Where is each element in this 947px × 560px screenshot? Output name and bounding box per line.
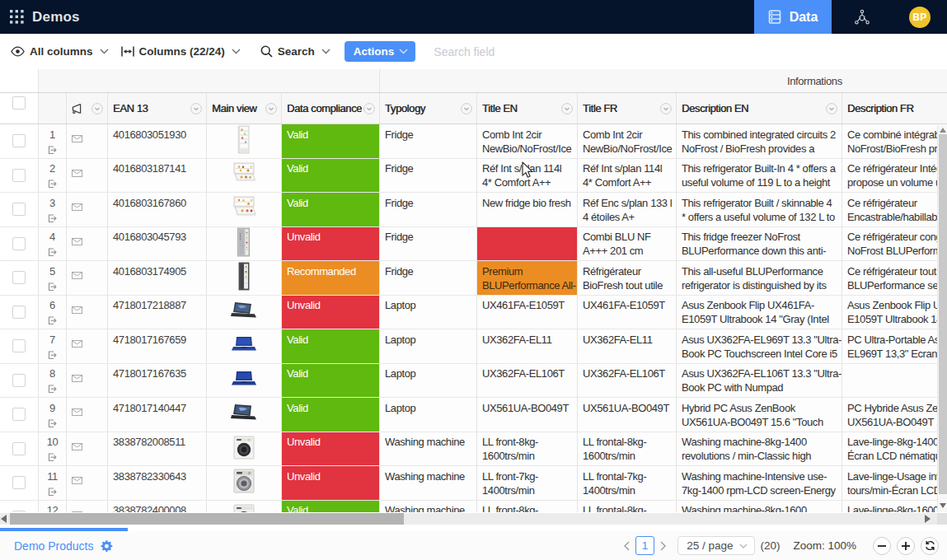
column-header-desc-fr[interactable]: Description FR <box>842 93 947 124</box>
envelope-icon[interactable] <box>72 474 82 487</box>
cell-main-view[interactable] <box>207 193 282 226</box>
search-dropdown[interactable]: Search <box>260 45 331 58</box>
column-header-typology[interactable]: Typology <box>380 93 477 124</box>
cell-title-fr[interactable]: Réf Enc s/plan 133 l4 étoiles A+ <box>578 193 677 226</box>
cell-typology[interactable]: Laptop <box>380 398 477 432</box>
prev-page-button[interactable] <box>620 541 633 551</box>
cell-title-fr[interactable]: UX561UA-BO049T <box>578 398 677 432</box>
cell-ean[interactable]: 4718017218887 <box>108 296 207 329</box>
column-header-compliance[interactable]: Data compliance <box>282 93 380 124</box>
cell-ean[interactable]: 4016803051930 <box>108 124 207 158</box>
cell-data-compliance[interactable]: Unvalid <box>282 296 380 329</box>
cell-description-fr[interactable]: Lave-linge-Usage intensiftours/min-Écran… <box>842 466 947 500</box>
sitemap-button[interactable] <box>832 0 893 34</box>
cell-description-en[interactable]: This fridge freezer NoFrostBLUPerformanc… <box>677 227 842 261</box>
cell-data-compliance[interactable]: Valid <box>282 193 380 226</box>
cell-title-fr[interactable]: LL frontal-8kg-1600trs/min <box>578 432 677 466</box>
cell-description-en[interactable]: Washing machine-8kg-1400revolutions / mi… <box>677 432 842 466</box>
cell-description-fr[interactable]: Lave-linge-8kg-1600 <box>842 501 947 513</box>
open-record-icon[interactable] <box>48 349 57 358</box>
cell-data-compliance[interactable]: Valid <box>282 364 380 398</box>
open-record-icon[interactable] <box>48 281 57 290</box>
open-record-icon[interactable] <box>48 144 57 153</box>
cell-data-compliance[interactable]: Unvalid <box>282 432 380 466</box>
column-menu-button[interactable] <box>561 103 573 114</box>
row-checkbox[interactable] <box>12 374 26 387</box>
cell-description-fr[interactable] <box>842 364 947 398</box>
cell-description-en[interactable]: This all-useful BLUPerformancerefrigerat… <box>677 261 842 295</box>
envelope-icon[interactable] <box>72 133 82 145</box>
envelope-icon[interactable] <box>72 372 82 385</box>
cell-title-en[interactable]: UX362FA-EL11 <box>477 329 578 363</box>
envelope-icon[interactable] <box>72 304 82 316</box>
cell-main-view[interactable] <box>207 501 282 513</box>
cell-main-view[interactable] <box>207 124 282 158</box>
row-checkbox[interactable] <box>12 339 26 352</box>
nav-tab-data[interactable]: Data <box>754 0 832 34</box>
column-menu-icon[interactable] <box>190 103 202 114</box>
all-columns-dropdown[interactable]: All columns <box>11 45 109 58</box>
search-input[interactable] <box>434 45 631 58</box>
envelope-icon[interactable] <box>72 441 82 453</box>
column-menu-button[interactable] <box>190 103 202 114</box>
cell-ean[interactable]: 3838782400008 <box>108 501 207 513</box>
cell-ean[interactable]: 4016803167860 <box>108 193 207 226</box>
open-record-icon[interactable] <box>48 315 57 324</box>
cell-title-en[interactable]: UX461FA-E1059T <box>477 296 578 329</box>
cell-typology[interactable]: Fridge <box>380 159 477 193</box>
envelope-icon[interactable] <box>72 236 82 248</box>
row-checkbox[interactable] <box>12 237 26 250</box>
cell-title-en[interactable]: UX561UA-BO049T <box>477 398 578 432</box>
envelope-icon[interactable] <box>72 269 82 282</box>
cell-description-en[interactable]: Asus UX362FA-EL106T 13.3 "Ultra-Book PC … <box>677 364 842 398</box>
open-record-icon[interactable] <box>48 246 57 255</box>
cell-description-en[interactable]: This combined integrated circuits 2NoFro… <box>677 124 842 158</box>
horizontal-scrollbar[interactable] <box>0 513 947 525</box>
scroll-up-arrow[interactable] <box>940 128 946 133</box>
cell-main-view[interactable] <box>207 296 282 329</box>
open-record-icon[interactable] <box>48 451 57 460</box>
column-menu-icon[interactable] <box>461 103 472 114</box>
avatar[interactable]: BP <box>909 7 931 28</box>
cell-title-fr[interactable]: UX461FA-E1059T <box>578 296 677 329</box>
cell-title-en[interactable]: LL front-8kg-1600trs/min <box>477 501 578 513</box>
columns-dropdown[interactable]: Columns (22/24) <box>121 45 241 58</box>
row-checkbox[interactable] <box>12 203 26 216</box>
cell-description-en[interactable]: Washing machine-Intensive use-7kg-1400 r… <box>677 466 842 500</box>
cell-title-fr[interactable]: LL frontal-7kg-1400trs/min <box>578 466 677 500</box>
cell-main-view[interactable] <box>207 364 282 398</box>
column-menu-button[interactable] <box>660 103 672 114</box>
open-record-icon[interactable] <box>48 383 57 392</box>
cell-title-en[interactable]: LL front-8kg-1600trs/min <box>477 432 578 466</box>
cell-ean[interactable]: 3838782330643 <box>108 466 207 500</box>
cell-title-fr[interactable]: UX362FA-EL106T <box>578 364 677 398</box>
row-checkbox[interactable] <box>12 442 26 455</box>
page-size-select[interactable]: 25 / page <box>677 536 755 555</box>
cell-description-fr[interactable]: Ce réfrigérateurEncastrable/habillable <box>842 193 947 226</box>
cell-title-en[interactable]: Comb Int 2cirNewBio/NoFrost/Ice <box>477 124 578 158</box>
cell-typology[interactable]: Fridge <box>380 227 477 261</box>
cell-title-fr[interactable]: Comb Int 2cirNewBio/NoFrost/Ice <box>578 124 677 158</box>
next-page-button[interactable] <box>657 541 670 551</box>
row-checkbox[interactable] <box>12 408 26 421</box>
row-checkbox[interactable] <box>12 169 26 182</box>
column-menu-icon[interactable] <box>660 103 672 114</box>
scroll-down-arrow[interactable] <box>940 503 946 508</box>
column-menu-icon[interactable] <box>826 103 837 114</box>
cell-data-compliance[interactable]: Valid <box>282 159 380 193</box>
cell-ean[interactable]: 4016803174905 <box>108 261 207 295</box>
cell-typology[interactable]: Laptop <box>380 296 477 329</box>
row-checkbox[interactable] <box>12 306 26 319</box>
envelope-icon[interactable] <box>72 167 82 180</box>
cell-title-en[interactable]: PremiumBLUPerformance All- <box>477 261 578 295</box>
gear-icon[interactable] <box>100 539 113 553</box>
page-number[interactable]: 1 <box>635 536 654 555</box>
column-header-title-fr[interactable]: Title FR <box>578 93 677 124</box>
row-checkbox[interactable] <box>12 476 26 489</box>
open-record-icon[interactable] <box>48 212 57 222</box>
vertical-scrollbar[interactable] <box>937 125 947 512</box>
scroll-left-arrow[interactable] <box>1 515 7 523</box>
cell-description-fr[interactable]: Asus Zenbook Flip UX461FA-E1059T Ultrabo… <box>842 296 947 329</box>
cell-title-en[interactable]: UX362FA-EL106T <box>477 364 578 398</box>
cell-description-en[interactable]: Hybrid PC Asus ZenBookUX561UA-BO049T 15.… <box>677 398 842 432</box>
